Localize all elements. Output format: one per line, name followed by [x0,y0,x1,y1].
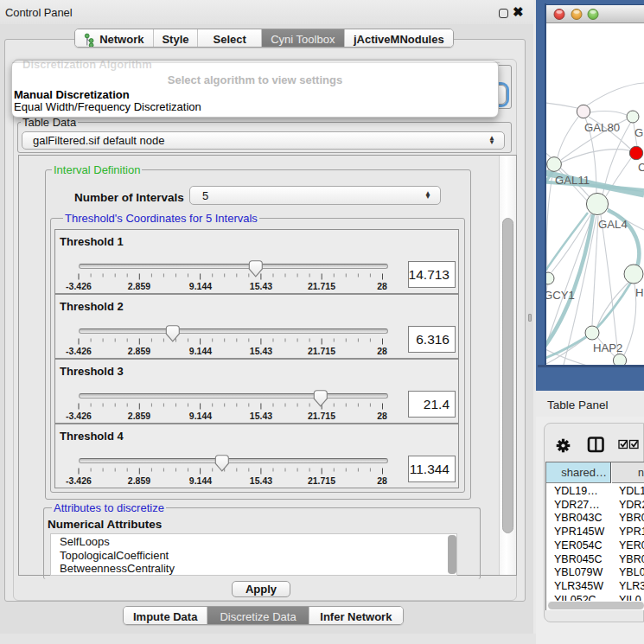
svg-text:G.: G. [634,126,644,139]
svg-text:C: C [638,161,644,174]
svg-text:GAL80: GAL80 [584,121,620,134]
svg-text:H: H [635,286,644,299]
svg-text:GAL11: GAL11 [555,174,590,187]
svg-text:GCY1: GCY1 [546,289,575,302]
svg-text:GAL4: GAL4 [598,218,628,231]
svg-text:HAP2: HAP2 [593,341,622,354]
